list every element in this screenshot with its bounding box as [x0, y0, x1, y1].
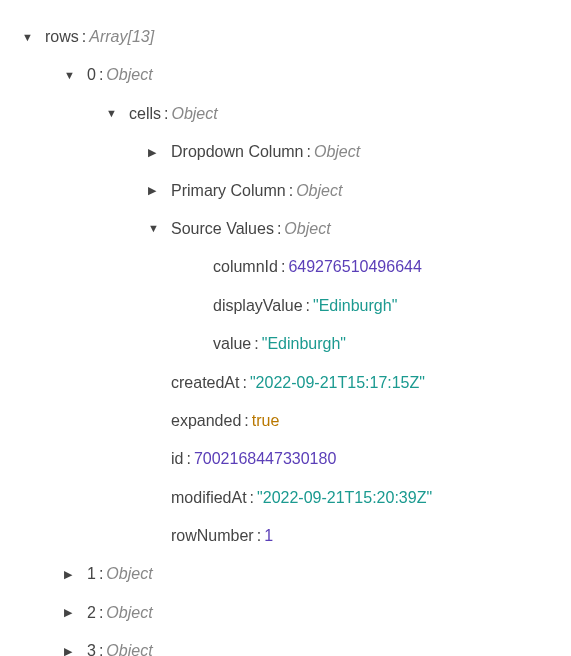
tree-leaf-value: value: "Edinburgh": [10, 325, 561, 363]
expanded-toggle-icon[interactable]: ▼: [106, 106, 126, 121]
node-type: Object: [284, 218, 330, 240]
tree-leaf-displayValue: displayValue: "Edinburgh": [10, 287, 561, 325]
leaf-value: 649276510496644: [288, 256, 421, 278]
tree-leaf-columnId: columnId: 649276510496644: [10, 248, 561, 286]
expanded-toggle-icon[interactable]: ▼: [22, 30, 42, 45]
tree-leaf-createdAt: createdAt: "2022-09-21T15:17:15Z": [10, 364, 561, 402]
node-key: 3: [87, 640, 96, 656]
leaf-value: "Edinburgh": [262, 333, 346, 355]
node-type: Object: [171, 103, 217, 125]
tree-node-row-3[interactable]: ▶ 3: Object: [10, 632, 561, 656]
leaf-key: displayValue: [213, 295, 303, 317]
leaf-key: createdAt: [171, 372, 239, 394]
leaf-value: true: [252, 410, 280, 432]
tree-leaf-expanded: expanded: true: [10, 402, 561, 440]
tree-leaf-rowNumber: rowNumber: 1: [10, 517, 561, 555]
node-key: Dropdown Column: [171, 141, 304, 163]
leaf-value: "2022-09-21T15:17:15Z": [250, 372, 425, 394]
node-key: 0: [87, 64, 96, 86]
tree-leaf-modifiedAt: modifiedAt: "2022-09-21T15:20:39Z": [10, 479, 561, 517]
leaf-value: "Edinburgh": [313, 295, 397, 317]
node-type: Object: [106, 64, 152, 86]
leaf-key: id: [171, 448, 183, 470]
node-key: 2: [87, 602, 96, 624]
expanded-toggle-icon[interactable]: ▼: [148, 221, 168, 236]
node-type: Object: [106, 563, 152, 585]
node-type: Array[13]: [89, 26, 154, 48]
leaf-key: columnId: [213, 256, 278, 278]
collapsed-toggle-icon[interactable]: ▶: [64, 644, 84, 656]
tree-node-source-values[interactable]: ▼ Source Values: Object: [10, 210, 561, 248]
node-key: Source Values: [171, 218, 274, 240]
leaf-value: "2022-09-21T15:20:39Z": [257, 487, 432, 509]
leaf-value: 1: [264, 525, 273, 547]
leaf-key: rowNumber: [171, 525, 254, 547]
collapsed-toggle-icon[interactable]: ▶: [148, 145, 168, 160]
node-key: rows: [45, 26, 79, 48]
node-type: Object: [106, 602, 152, 624]
collapsed-toggle-icon[interactable]: ▶: [148, 183, 168, 198]
node-key: 1: [87, 563, 96, 585]
collapsed-toggle-icon[interactable]: ▶: [64, 567, 84, 582]
tree-node-row-1[interactable]: ▶ 1: Object: [10, 555, 561, 593]
leaf-key: value: [213, 333, 251, 355]
leaf-key: modifiedAt: [171, 487, 247, 509]
node-key: cells: [129, 103, 161, 125]
leaf-key: expanded: [171, 410, 241, 432]
expanded-toggle-icon[interactable]: ▼: [64, 68, 84, 83]
leaf-value: 7002168447330180: [194, 448, 336, 470]
node-type: Object: [314, 141, 360, 163]
tree-node-cells[interactable]: ▼ cells: Object: [10, 95, 561, 133]
tree-node-rows[interactable]: ▼ rows: Array[13]: [10, 18, 561, 56]
tree-leaf-id: id: 7002168447330180: [10, 440, 561, 478]
node-key: Primary Column: [171, 180, 286, 202]
tree-node-dropdown-column[interactable]: ▶ Dropdown Column: Object: [10, 133, 561, 171]
collapsed-toggle-icon[interactable]: ▶: [64, 605, 84, 620]
node-type: Object: [106, 640, 152, 656]
tree-node-row-0[interactable]: ▼ 0: Object: [10, 56, 561, 94]
tree-node-primary-column[interactable]: ▶ Primary Column: Object: [10, 172, 561, 210]
node-type: Object: [296, 180, 342, 202]
tree-node-row-2[interactable]: ▶ 2: Object: [10, 594, 561, 632]
